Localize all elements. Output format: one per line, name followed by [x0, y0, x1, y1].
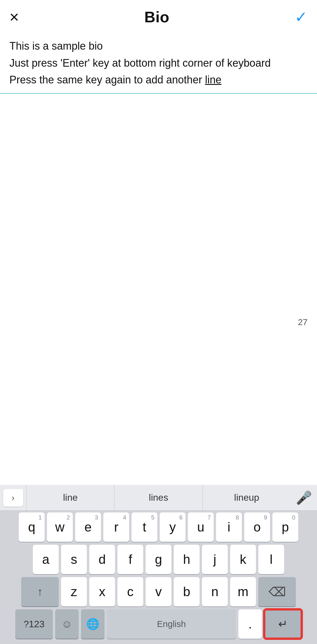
period-label: .	[248, 617, 252, 631]
suggestions-words: line lines lineup	[26, 485, 291, 511]
backspace-key[interactable]: ⌫	[258, 577, 296, 606]
expand-suggestions-button[interactable]: ›	[3, 489, 23, 507]
numbers-key[interactable]: ?123	[15, 609, 53, 639]
enter-key[interactable]: ↵	[264, 609, 302, 639]
suggestion-word-1[interactable]: line	[26, 485, 114, 511]
key-p[interactable]: p0	[272, 512, 298, 542]
bio-line3-link: line	[205, 74, 221, 86]
key-n[interactable]: n	[202, 577, 228, 606]
backspace-icon: ⌫	[269, 585, 286, 599]
key-r[interactable]: r4	[103, 512, 129, 542]
numbers-label: ?123	[23, 619, 44, 630]
bio-line3-prefix: Press the same key again to add another	[9, 74, 205, 86]
key-c[interactable]: c	[117, 577, 143, 606]
key-k[interactable]: k	[230, 545, 256, 574]
key-row-1: q1 w2 e3 r4 t5 y6 u7 i8 o9 p0	[0, 512, 317, 542]
bio-line2: Just press 'Enter' key at bottom right c…	[9, 57, 271, 69]
emoji-key[interactable]: ☺	[55, 609, 79, 639]
key-row-3: ↑ z x c v b n m ⌫	[0, 577, 317, 606]
confirm-icon[interactable]: ✓	[295, 8, 308, 26]
page-title: Bio	[144, 8, 169, 26]
key-a[interactable]: a	[33, 545, 59, 574]
key-t[interactable]: t5	[131, 512, 157, 542]
mic-icon: 🎤	[296, 490, 312, 505]
key-e[interactable]: e3	[75, 512, 101, 542]
key-m[interactable]: m	[230, 577, 256, 606]
key-x[interactable]: x	[89, 577, 115, 606]
key-s[interactable]: s	[61, 545, 87, 574]
key-row-2: a s d f g h j k l	[0, 545, 317, 574]
globe-icon: 🌐	[86, 618, 100, 630]
globe-key[interactable]: 🌐	[81, 609, 104, 639]
emoji-icon: ☺	[62, 618, 72, 630]
key-u[interactable]: u7	[188, 512, 214, 542]
shift-icon: ↑	[37, 586, 43, 598]
key-d[interactable]: d	[89, 545, 115, 574]
chevron-right-icon: ›	[12, 493, 15, 503]
key-y[interactable]: y6	[160, 512, 186, 542]
close-icon[interactable]: ×	[9, 9, 19, 25]
header: × Bio ✓	[0, 0, 317, 32]
space-label: English	[157, 619, 186, 629]
bio-line1: This is a sample bio	[9, 40, 103, 52]
key-b[interactable]: b	[174, 577, 200, 606]
key-l[interactable]: l	[258, 545, 284, 574]
key-j[interactable]: j	[202, 545, 228, 574]
keyboard: › line lines lineup 🎤 q1 w2 e3 r4 t5 y6 …	[0, 485, 317, 644]
key-i[interactable]: i8	[216, 512, 242, 542]
bio-text: This is a sample bio Just press 'Enter' …	[9, 38, 308, 88]
suggestion-word-3[interactable]: lineup	[203, 485, 291, 511]
key-h[interactable]: h	[174, 545, 200, 574]
shift-key[interactable]: ↑	[21, 577, 59, 606]
suggestions-row: › line lines lineup 🎤	[0, 485, 317, 511]
bio-text-area[interactable]: This is a sample bio Just press 'Enter' …	[0, 32, 317, 94]
key-q[interactable]: q1	[19, 512, 45, 542]
key-z[interactable]: z	[61, 577, 87, 606]
period-key[interactable]: .	[238, 609, 262, 639]
key-g[interactable]: g	[146, 545, 171, 574]
key-o[interactable]: o9	[244, 512, 270, 542]
space-key[interactable]: English	[107, 609, 236, 639]
keys-area: q1 w2 e3 r4 t5 y6 u7 i8 o9 p0 a s d f g …	[0, 511, 317, 639]
mic-button[interactable]: 🎤	[291, 485, 317, 511]
key-row-bottom: ?123 ☺ 🌐 English . ↵	[0, 609, 317, 639]
key-v[interactable]: v	[146, 577, 171, 606]
key-f[interactable]: f	[117, 545, 143, 574]
key-w[interactable]: w2	[47, 512, 73, 542]
suggestion-word-2[interactable]: lines	[114, 485, 203, 511]
enter-icon: ↵	[278, 618, 288, 630]
suggestions-arrow-btn[interactable]: ›	[0, 485, 26, 511]
char-count: 27	[298, 317, 308, 327]
